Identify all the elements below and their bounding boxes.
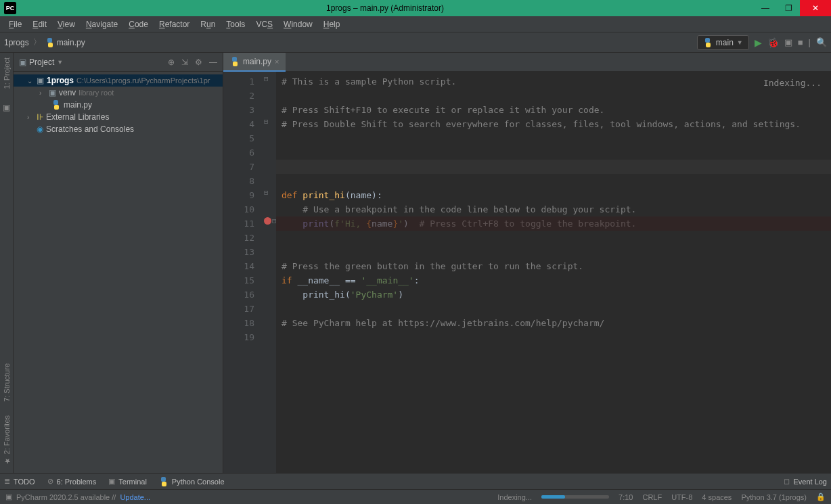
folder-icon[interactable]: ▣ [3, 101, 10, 114]
status-bar: ▣ PyCharm 2020.2.5 available // Update..… [0, 489, 831, 504]
indexing-label: Indexing... [763, 76, 822, 90]
sidebar-header: ▣ Project ▼ ⊕ ⇲ ⚙ — [14, 53, 223, 72]
warning-icon: ⊘ [47, 477, 53, 486]
menubar: File Edit View Navigate Code Refactor Ru… [0, 16, 831, 32]
status-encoding[interactable]: UTF-8 [671, 493, 692, 501]
tree-venv-label: venv [59, 88, 76, 97]
expand-all-icon[interactable]: ⇲ [181, 58, 188, 67]
breadcrumb-root[interactable]: 1progs [4, 38, 29, 47]
status-indent[interactable]: 4 spaces [702, 493, 732, 501]
menu-edit[interactable]: Edit [28, 18, 51, 31]
menu-vcs[interactable]: VCS [251, 18, 277, 31]
debug-button[interactable]: 🐞 [767, 37, 779, 48]
tree-file-main[interactable]: main.py [14, 99, 223, 111]
code-editor[interactable]: 123456789 10111213141516171819 ⊟ ⊟ ⊟ ⊟ I… [223, 72, 831, 473]
stripe-project[interactable]: 1: Project [3, 55, 11, 91]
stripe-favorites[interactable]: ★ 2: Favorites [2, 413, 11, 467]
indexing-progress [541, 495, 609, 499]
tree-scratches-label: Scratches and Consoles [46, 124, 134, 134]
lock-icon[interactable]: 🔒 [816, 492, 826, 501]
tree-root-path: C:\Users\1progs.ru\PycharmProjects\1pr [76, 76, 210, 85]
tab-label: main.py [243, 57, 271, 66]
menu-window[interactable]: Window [279, 18, 317, 31]
update-link[interactable]: Update... [120, 493, 150, 501]
menu-navigate[interactable]: Navigate [81, 18, 122, 31]
stripe-structure[interactable]: 7: Structure [3, 361, 11, 404]
status-version: PyCharm 2020.2.5 available // [16, 493, 116, 501]
tree-external-libs[interactable]: › ⊪ External Libraries [14, 111, 223, 123]
folder-icon: ▣ [49, 88, 56, 97]
menu-refactor[interactable]: Refactor [154, 18, 194, 31]
chevron-down-icon[interactable]: ▼ [57, 59, 63, 66]
run-configuration-dropdown[interactable]: main ▼ [697, 35, 749, 50]
log-icon: ◻ [784, 477, 790, 486]
chevron-right-icon: › [39, 89, 46, 97]
breadcrumb-sep: 〉 [33, 37, 41, 48]
status-position[interactable]: 7:10 [619, 493, 633, 501]
menu-tools[interactable]: Tools [221, 18, 250, 31]
select-opened-file-icon[interactable]: ⊕ [168, 58, 175, 67]
tree-scratches[interactable]: ◉ Scratches and Consoles [14, 123, 223, 135]
chevron-down-icon: ▼ [737, 39, 743, 46]
run-button[interactable]: ▶ [755, 37, 762, 48]
fold-icon[interactable]: ⊟ [264, 74, 269, 83]
status-indexing: Indexing... [497, 493, 532, 501]
editor-area: main.py × 123456789 10111213141516171819… [223, 53, 831, 473]
python-icon [159, 477, 169, 486]
tab-todo[interactable]: ≣TODO [4, 477, 35, 486]
editor-tabs: main.py × [223, 53, 831, 72]
python-icon [230, 57, 240, 66]
stop-button[interactable]: ■ [798, 37, 803, 47]
search-button[interactable]: 🔍 [816, 37, 827, 47]
divider-icon: | [809, 37, 811, 47]
tab-terminal[interactable]: ▣Terminal [108, 477, 147, 486]
navigation-bar: 1progs 〉 main.py main ▼ ▶ 🐞 ▣ ■ | 🔍 [0, 32, 831, 53]
tree-extlibs-label: External Libraries [46, 112, 109, 122]
tree-root[interactable]: ⌄ ▣ 1progs C:\Users\1progs.ru\PycharmPro… [14, 74, 223, 87]
menu-file[interactable]: File [4, 18, 26, 31]
run-coverage-button[interactable]: ▣ [784, 37, 792, 47]
titlebar: PC 1progs – main.py (Administrator) — ❐ … [0, 0, 831, 16]
minimize-button[interactable]: — [754, 0, 777, 16]
code-text[interactable]: Indexing... # This is a sample Python sc… [276, 72, 831, 473]
status-window-icon[interactable]: ▣ [5, 492, 12, 501]
menu-help[interactable]: Help [319, 18, 345, 31]
menu-view[interactable]: View [53, 18, 80, 31]
close-icon[interactable]: × [275, 58, 279, 66]
settings-icon[interactable]: ⚙ [195, 58, 202, 67]
close-button[interactable]: ✕ [800, 0, 831, 16]
terminal-icon: ▣ [108, 477, 115, 486]
maximize-button[interactable]: ❐ [777, 0, 800, 16]
status-eol[interactable]: CRLF [642, 493, 662, 501]
menu-run[interactable]: Run [196, 18, 220, 31]
python-icon [703, 38, 713, 47]
breadcrumb-file[interactable]: main.py [45, 38, 85, 47]
left-tool-stripe: 1: Project ▣ 7: Structure ★ 2: Favorites [0, 53, 14, 473]
tree-file-label: main.py [64, 100, 92, 110]
tab-python-console[interactable]: Python Console [159, 477, 225, 486]
menu-code[interactable]: Code [124, 18, 153, 31]
line-numbers: 123456789 10111213141516171819 [223, 72, 261, 473]
tree-venv-sublabel: library root [78, 89, 114, 97]
fold-icon[interactable]: ⊟ [264, 188, 269, 197]
list-icon: ≣ [4, 477, 10, 486]
bottom-tool-tabs: ≣TODO ⊘6: Problems ▣Terminal Python Cons… [0, 473, 831, 489]
python-icon [45, 38, 55, 47]
hide-icon[interactable]: — [209, 58, 217, 67]
tab-event-log[interactable]: ◻Event Log [784, 477, 827, 486]
app-logo: PC [4, 2, 16, 14]
tree-venv[interactable]: › ▣ venv library root [14, 87, 223, 99]
run-config-label: main [716, 38, 734, 47]
editor-gutter: ⊟ ⊟ ⊟ ⊟ [261, 72, 276, 473]
breakpoint-icon[interactable] [264, 217, 271, 225]
fold-icon[interactable]: ⊟ [264, 117, 269, 126]
project-tree: ⌄ ▣ 1progs C:\Users\1progs.ru\PycharmPro… [14, 72, 223, 138]
status-interpreter[interactable]: Python 3.7 (1progs) [741, 493, 807, 501]
project-sidebar: ▣ Project ▼ ⊕ ⇲ ⚙ — ⌄ ▣ 1progs C:\Users\… [14, 53, 223, 473]
library-icon: ⊪ [37, 112, 43, 122]
tab-main-py[interactable]: main.py × [223, 53, 286, 72]
tab-problems[interactable]: ⊘6: Problems [47, 477, 97, 486]
breadcrumb: 1progs 〉 main.py [4, 37, 85, 48]
project-icon: ▣ [19, 58, 26, 67]
chevron-right-icon: › [27, 114, 34, 121]
